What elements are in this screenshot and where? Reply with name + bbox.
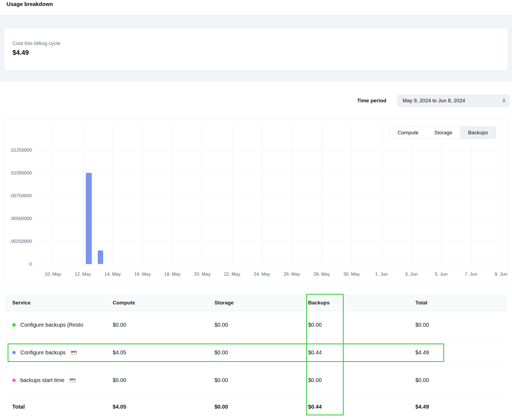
x-tick-label: 16. May	[129, 272, 156, 277]
v-gridline	[53, 123, 53, 264]
h-gridline	[36, 264, 505, 264]
v-gridline	[113, 123, 113, 264]
table-total-row: Total $4.05 $0.00 $0.44 $4.49	[4, 394, 508, 419]
v-gridline	[411, 123, 412, 264]
h-gridline	[36, 196, 505, 196]
x-tick-label: 26. May	[278, 272, 305, 277]
y-tick-label: .00250000	[5, 239, 32, 244]
chart-plot-area	[36, 123, 505, 264]
chart-bar	[86, 173, 92, 264]
y-tick-label: .00750000	[5, 193, 32, 199]
v-gridline	[232, 123, 232, 264]
table-row-configure-backups: Configure backups aws $4.05 $0.00 $0.44 …	[4, 339, 508, 367]
billing-cost-label: Cost this billing cycle	[12, 40, 500, 46]
total-backups: $0.44	[308, 404, 415, 410]
x-tick-label: 12. May	[69, 272, 96, 277]
h-gridline	[36, 241, 505, 241]
x-tick-label: 18. May	[159, 272, 186, 277]
cell-total: $0.00	[415, 377, 508, 383]
usage-table: Service Compute Storage Backups Total Co…	[4, 294, 508, 419]
v-gridline	[441, 123, 441, 264]
service-cell: Configure backups (Resto	[12, 322, 113, 328]
aws-icon: aws	[69, 350, 78, 355]
cell-storage: $0.00	[214, 377, 308, 383]
x-tick-label: 1. Jun	[368, 272, 395, 277]
x-tick-label: 9. Jun	[487, 272, 512, 277]
total-compute: $4.05	[113, 404, 214, 410]
chart-x-axis: 10. May12. May14. May16. May18. May20. M…	[5, 272, 508, 279]
tab-backups[interactable]: Backups	[460, 127, 496, 139]
usage-chart-card: Compute Storage Backups 0.00250000.00500…	[4, 119, 508, 284]
service-name: Configure backups (Resto	[20, 322, 83, 328]
x-tick-label: 30. May	[338, 272, 365, 277]
billing-cost-value: $4.49	[12, 49, 500, 56]
v-gridline	[381, 123, 382, 264]
service-cell: backups start time aws	[12, 377, 113, 383]
billing-cost-card: Cost this billing cycle $4.49	[4, 28, 508, 70]
y-tick-label: .01250000	[5, 148, 32, 153]
h-gridline	[36, 173, 505, 173]
x-tick-label: 20. May	[189, 272, 216, 277]
col-header-storage: Storage	[214, 300, 308, 306]
tab-compute[interactable]: Compute	[390, 127, 426, 139]
chart-bar	[98, 250, 103, 264]
cell-compute: $4.05	[113, 349, 214, 356]
v-gridline	[262, 123, 262, 264]
x-tick-label: 7. Jun	[457, 272, 485, 277]
cell-backups: $0.00	[308, 322, 415, 328]
chart-y-axis: 0.00250000.00500000.00750000.01000000.01…	[5, 123, 32, 264]
cell-total: $0.00	[415, 322, 508, 328]
time-period-row: Time period May 9, 2024 to Jun 8, 2024	[357, 94, 510, 107]
total-storage: $0.00	[214, 404, 308, 410]
v-gridline	[322, 123, 322, 264]
cell-storage: $0.00	[214, 322, 308, 328]
v-gridline	[172, 123, 173, 264]
x-tick-label: 3. Jun	[398, 272, 425, 277]
x-tick-label: 5. Jun	[428, 272, 455, 277]
h-gridline	[36, 218, 505, 219]
v-gridline	[143, 123, 143, 264]
col-header-service: Service	[12, 300, 113, 306]
v-gridline	[202, 123, 203, 264]
y-tick-label: 0	[5, 262, 32, 267]
time-period-select[interactable]: May 9, 2024 to Jun 8, 2024	[397, 94, 510, 107]
v-gridline	[471, 123, 471, 264]
table-header-row: Service Compute Storage Backups Total	[4, 294, 508, 311]
x-tick-label: 14. May	[99, 272, 126, 277]
billing-summary-band: Cost this billing cycle $4.49	[0, 15, 512, 81]
service-name: Configure backups	[20, 349, 66, 356]
v-gridline	[83, 123, 83, 264]
table-row-backups-start-time: backups start time aws $0.00 $0.00 $0.00…	[4, 367, 508, 394]
tab-storage[interactable]: Storage	[426, 127, 460, 139]
cell-backups: $0.00	[308, 377, 415, 383]
service-cell: Configure backups aws	[12, 349, 113, 356]
series-dot-green	[12, 323, 16, 327]
svg-text:aws: aws	[71, 350, 77, 354]
chart-metric-tabs: Compute Storage Backups	[389, 126, 496, 139]
page-title: Usage breakdown	[7, 1, 53, 7]
table-row-configure-backups-restored: Configure backups (Resto $0.00 $0.00 $0.…	[4, 311, 508, 339]
updown-chevron-icon	[502, 98, 506, 103]
time-period-label: Time period	[357, 98, 386, 104]
y-tick-label: .00500000	[5, 216, 32, 221]
aws-icon: aws	[68, 377, 77, 383]
total-total: $4.49	[415, 404, 508, 410]
series-dot-blue	[12, 351, 16, 354]
cell-backups: $0.44	[308, 349, 415, 356]
svg-text:aws: aws	[69, 377, 76, 381]
cell-compute: $0.00	[113, 322, 214, 328]
v-gridline	[501, 123, 501, 264]
time-period-value: May 9, 2024 to Jun 8, 2024	[403, 98, 465, 104]
y-tick-label: .01000000	[5, 170, 32, 176]
x-tick-label: 10. May	[39, 272, 67, 277]
x-tick-label: 28. May	[308, 272, 335, 277]
col-header-total: Total	[415, 300, 508, 306]
series-dot-pink	[12, 378, 16, 382]
cell-compute: $0.00	[113, 377, 214, 383]
h-gridline	[36, 150, 505, 150]
v-gridline	[352, 123, 352, 264]
cell-storage: $0.00	[214, 349, 308, 356]
v-gridline	[292, 123, 292, 264]
x-tick-label: 24. May	[248, 272, 276, 277]
col-header-backups: Backups	[308, 300, 415, 306]
